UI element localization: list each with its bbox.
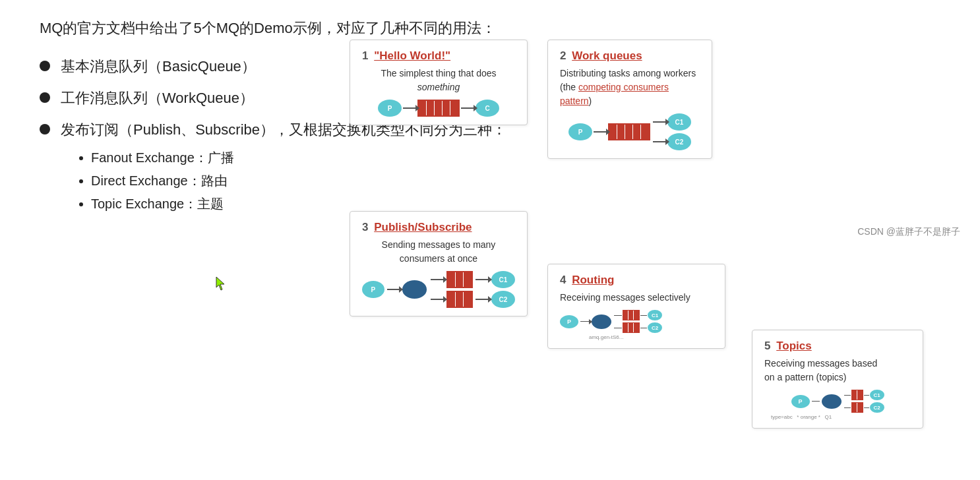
card-topics: 5 Topics Receiving messages basedon a pa… [752,330,923,429]
card3-desc: Sending messages to manyconsumers at onc… [362,238,515,266]
card-work-queues: 2 Work queues Distributing tasks among w… [547,40,712,159]
bullet-dot-3 [40,124,50,135]
card5-title: 5 Topics [764,340,911,353]
card3-link[interactable]: Publish/Subscribe [374,221,472,233]
sub-dot-2 [79,179,83,183]
card3-arrow1 [387,289,400,290]
card2-desc: Distributing tasks among workers (the co… [560,67,700,108]
card2-link[interactable]: Work queues [572,49,642,62]
card-hello-world: 1 "Hello World!" The simplest thing that… [350,40,528,125]
card4-title: 4 Routing [560,274,713,287]
card2-queue [608,123,650,140]
card3-consumer1: C1 [491,271,515,288]
card1-desc: The simplest thing that doessomething [362,67,515,94]
sub-dot-3 [79,202,83,206]
bullet-text-2: 工作消息队列（WorkQueue） [61,88,254,108]
card4-link[interactable]: Routing [572,274,614,286]
producer-node: P [378,100,402,117]
card2-arrow1 [594,131,607,133]
card3-fanout [402,280,427,299]
card4-producer: P [560,315,578,328]
card2-title: 2 Work queues [560,49,700,63]
card5-link[interactable]: Topics [776,340,812,352]
card5-exchange [822,394,842,409]
card4-exchange [592,315,611,329]
card3-arrow3 [475,279,489,280]
arrow1 [403,107,416,109]
card-routing: 4 Routing Receiving messages selectively… [547,264,725,349]
sub-text-2: Direct Exchange：路由 [91,172,228,190]
sub-bullet-list: Fanout Exchange：广播 Direct Exchange：路由 To… [79,149,234,218]
sub-item-1: Fanout Exchange：广播 [79,149,234,167]
bullet-dot-2 [40,92,50,103]
card3-arrow2 [431,279,444,280]
card3-diagram: P C1 [362,271,515,308]
csdn-watermark: CSDN @蓝胖子不是胖子 [857,226,960,238]
card3-arrow4 [431,299,444,300]
card5-desc: Receiving messages basedon a pattern (to… [764,357,911,384]
card2-diagram: P C1 C2 [560,113,700,150]
card4-diagram: P C1 [560,310,713,340]
card3-arrow5 [475,299,489,300]
card1-diagram: P C [362,100,515,117]
sub-text-1: Fanout Exchange：广播 [91,149,234,167]
card2-consumer2: C2 [667,133,691,150]
card3-title: 3 Publish/Subscribe [362,221,515,234]
bullet-text-1: 基本消息队列（BasicQueue） [61,57,256,76]
card1-title: 1 "Hello World!" [362,49,515,63]
queue1 [417,100,460,117]
card2-arrow2 [653,121,666,123]
sub-item-2: Direct Exchange：路由 [79,172,234,190]
card2-consumer1: C1 [667,113,691,131]
card2-arrow3 [653,141,666,142]
card3-consumer2: C2 [491,291,515,308]
card-pubsub: 3 Publish/Subscribe Sending messages to … [350,211,528,316]
card1-link[interactable]: "Hello World!" [374,49,450,62]
sub-dot-1 [79,156,83,160]
list-item-3: 发布订阅（Publish、Subscribe），又根据交换机类型不同分为三种： … [40,120,954,218]
card2-producer: P [568,123,592,140]
main-content: MQ的官方文档中给出了5个MQ的Demo示例，对应了几种不同的用法： 基本消息队… [0,0,980,247]
sub-text-3: Topic Exchange：主题 [91,195,224,213]
sub-item-3: Topic Exchange：主题 [79,195,234,213]
intro-text: MQ的官方文档中给出了5个MQ的Demo示例，对应了几种不同的用法： [40,18,954,38]
cursor [215,276,227,294]
card5-diagram: P C1 [764,390,911,413]
card5-producer: P [791,395,810,408]
consumer-node: C [475,100,499,117]
card4-desc: Receiving messages selectively [560,291,713,305]
card3-queue2 [446,291,473,308]
card3-producer: P [362,281,384,298]
card3-queue1 [446,271,473,288]
bullet-dot-1 [40,61,50,71]
arrow2 [461,107,474,109]
